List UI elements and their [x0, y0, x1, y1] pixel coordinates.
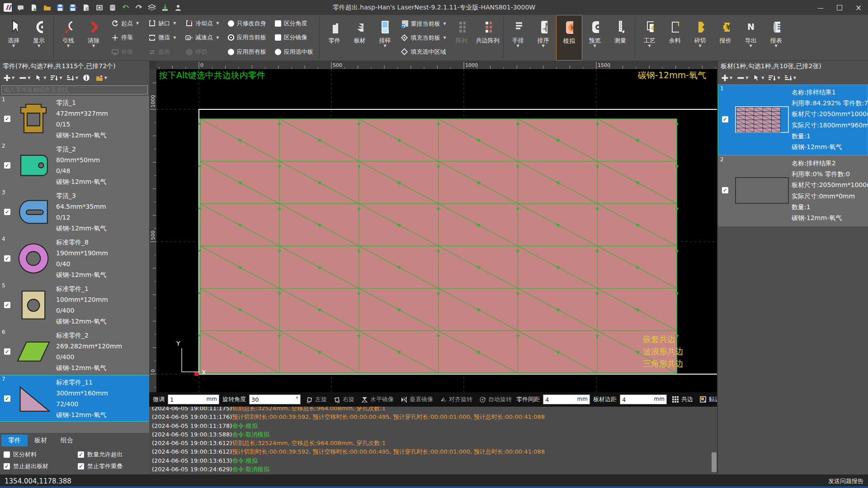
- rotate-angle-input[interactable]: [249, 394, 301, 404]
- ribbon-button-板材[interactable]: 板材: [347, 15, 372, 61]
- ribbon-item-填充当前板[interactable]: 填充当前板▼: [400, 34, 446, 42]
- ribbon-item-应用当前板[interactable]: 应用当前板: [228, 33, 266, 42]
- log-scrollbar-thumb[interactable]: [712, 452, 717, 472]
- ribbon-item-区分镜像[interactable]: 区分镜像: [275, 33, 313, 42]
- parts-tool-remove[interactable]: ▼: [19, 74, 30, 82]
- ribbon-button-余料[interactable]: 余料: [662, 15, 688, 61]
- ctrl-button-共边[interactable]: 共边: [671, 395, 693, 404]
- checkbox-icon[interactable]: ✓: [4, 463, 10, 469]
- option-数量允许超出[interactable]: ✓数量允许超出: [78, 450, 146, 459]
- part-list-item[interactable]: 2 ✓ 零活_2 80mm*50mm 0/48 碳钢-12mm-氧气: [0, 142, 149, 189]
- parts-tool-sort-asc[interactable]: ▼: [50, 74, 62, 82]
- close-button[interactable]: ×: [849, 0, 868, 15]
- ribbon-button-预览[interactable]: 预览▼: [582, 15, 608, 61]
- ribbon-item-只修改自身[interactable]: 只修改自身: [228, 19, 266, 28]
- tab-组合[interactable]: 组合: [54, 435, 80, 446]
- ribbon-item-缺口[interactable]: 缺口▼: [148, 19, 176, 28]
- plate-list-item[interactable]: 2 ✓ 名称:排样结果2利用率:0% 零件数:0板材尺寸:2050mm*1000…: [718, 155, 868, 226]
- ribbon-item-冷却点[interactable]: 冷却点▼: [185, 19, 219, 28]
- redo-icon[interactable]: [135, 4, 143, 12]
- ribbon-button-手排[interactable]: 手排▼: [505, 15, 531, 61]
- checkbox-区分角度[interactable]: [275, 20, 281, 27]
- plate-checkbox[interactable]: ✓: [722, 187, 728, 193]
- part-checkbox[interactable]: ✓: [4, 302, 10, 308]
- part-checkbox[interactable]: ✓: [4, 395, 10, 402]
- template-icon[interactable]: [82, 4, 90, 12]
- ribbon-item-重排当前板[interactable]: 重排当前板▼: [400, 20, 446, 28]
- part-list-item[interactable]: 5 ✓ 标准零件_1 100mm*120mm 0/400 碳钢-12mm-氧气: [0, 282, 149, 328]
- capture-icon[interactable]: [95, 4, 104, 12]
- ribbon-button-显示[interactable]: 显示▼: [26, 15, 52, 61]
- option-区分材料[interactable]: 区分材料: [4, 450, 78, 459]
- ribbon-button-导出[interactable]: NC导出▼: [738, 15, 764, 61]
- plates-tool-add[interactable]: ▼: [721, 74, 732, 82]
- ribbon-button-模拟[interactable]: 模拟: [556, 15, 582, 61]
- parts-tool-select-cursor[interactable]: ▼: [34, 74, 46, 82]
- checkbox-icon[interactable]: ✓: [78, 451, 84, 458]
- option-禁止零件重叠[interactable]: ✓禁止零件重叠: [78, 462, 146, 470]
- parts-tool-part-add[interactable]: ▼: [95, 74, 107, 82]
- import-icon[interactable]: [161, 4, 169, 12]
- ribbon-button-共边阵列[interactable]: 共边阵列: [474, 15, 501, 61]
- ribbon-item-起点[interactable]: 起点▼: [111, 19, 139, 28]
- part-checkbox[interactable]: ✓: [4, 255, 10, 262]
- comment-icon[interactable]: [17, 4, 25, 12]
- part-list-item[interactable]: 4 ✓ 标准零件_8 190mm*190mm 0/40 碳钢-12mm-氧气: [0, 235, 149, 282]
- hans-logo-icon[interactable]: [4, 4, 12, 12]
- plate-checkbox[interactable]: ✓: [722, 116, 728, 122]
- ribbon-item-减速点[interactable]: a减速点▼: [185, 33, 219, 42]
- plate-list-item[interactable]: 1 ✓ 名称:排样结果1利用率:84.292% 零件数:72板材尺寸:2050m…: [718, 84, 868, 155]
- ribbon-item-区分角度[interactable]: 区分角度: [275, 19, 313, 28]
- undo-icon[interactable]: [122, 4, 130, 12]
- open-folder-icon[interactable]: [43, 4, 51, 12]
- part-checkbox[interactable]: ✓: [4, 209, 10, 215]
- ribbon-button-排序[interactable]: 排序▼: [531, 15, 556, 61]
- ribbon-button-选择[interactable]: 选择▼: [1, 15, 26, 61]
- tab-板材[interactable]: 板材: [28, 435, 54, 446]
- nesting-canvas[interactable]: 05001000150010005000按下Alt键选中共边块内零件碳钢-12m…: [149, 61, 717, 392]
- parts-search-input[interactable]: [1, 85, 148, 94]
- ribbon-item-微连[interactable]: 微连▼: [148, 33, 176, 42]
- part-list-item[interactable]: 6 ✓ 标准零件_2 269.282mm*120mm 0/400 碳钢-12mm…: [0, 328, 149, 375]
- radio-应用选中板[interactable]: [275, 49, 281, 55]
- part-checkbox[interactable]: ✓: [4, 116, 10, 122]
- ribbon-button-工艺[interactable]: 工艺▼: [637, 15, 662, 61]
- radio-应用当前板[interactable]: [228, 34, 234, 41]
- ribbon-button-零件[interactable]: 零件: [321, 15, 347, 61]
- part-checkbox[interactable]: ✓: [4, 162, 10, 169]
- ribbon-button-报表[interactable]: 报表▼: [764, 15, 789, 61]
- tab-零件[interactable]: 零件: [1, 435, 28, 446]
- send-problem-report-link[interactable]: 发送问题报告: [828, 477, 863, 485]
- ribbon-button-测量[interactable]: 测量: [608, 15, 633, 61]
- part-list-item[interactable]: 1 ✓ 零活_1 472mm*327mm 0/15 碳钢-12mm-氧气: [0, 96, 149, 142]
- ribbon-button-碎切[interactable]: 碎切▼: [688, 15, 713, 61]
- plates-tool-select-cursor[interactable]: ▼: [752, 74, 764, 82]
- checkbox-区分镜像[interactable]: [275, 34, 281, 41]
- minimize-button[interactable]: —: [811, 0, 830, 15]
- part-checkbox[interactable]: ✓: [4, 348, 10, 355]
- save-as-icon[interactable]: [69, 4, 77, 12]
- nested-parts-block[interactable]: [198, 119, 679, 373]
- plates-tool-sort-asc[interactable]: ▼: [768, 74, 780, 82]
- ribbon-item-填充选中区域[interactable]: 填充选中区域: [400, 48, 446, 56]
- user-icon[interactable]: [174, 4, 182, 12]
- ribbon-item-应用所有板[interactable]: 应用所有板: [228, 48, 266, 56]
- save-icon[interactable]: [56, 4, 64, 12]
- new-file-icon[interactable]: [30, 4, 38, 12]
- ribbon-button-排样[interactable]: 排样▼: [372, 15, 397, 61]
- database-icon[interactable]: [108, 4, 117, 12]
- radio-只修改自身[interactable]: [228, 20, 234, 27]
- part-list-item[interactable]: 7 ✓ 标准零件_11 300mm*160mm 72/400 碳钢-12mm-氧…: [0, 375, 149, 422]
- radio-应用所有板[interactable]: [228, 49, 234, 55]
- ribbon-button-清除[interactable]: 清除▼: [81, 15, 106, 61]
- maximize-button[interactable]: [830, 0, 849, 15]
- parts-tool-add[interactable]: ▼: [3, 74, 14, 82]
- ribbon-item-应用选中板[interactable]: 应用选中板: [275, 48, 313, 56]
- checkbox-icon[interactable]: ✓: [78, 463, 84, 469]
- parts-tool-sort-desc[interactable]: ▼: [66, 74, 78, 82]
- part-list-item[interactable]: 3 ✓ 零活_3 64.5mm*35mm 0/12 碳钢-12mm-氧气: [0, 189, 149, 235]
- checkbox-icon[interactable]: [4, 451, 10, 458]
- layers-icon[interactable]: [148, 4, 156, 12]
- plates-tool-sort-desc[interactable]: ▼: [784, 74, 796, 82]
- plates-tool-remove[interactable]: ▼: [736, 74, 748, 82]
